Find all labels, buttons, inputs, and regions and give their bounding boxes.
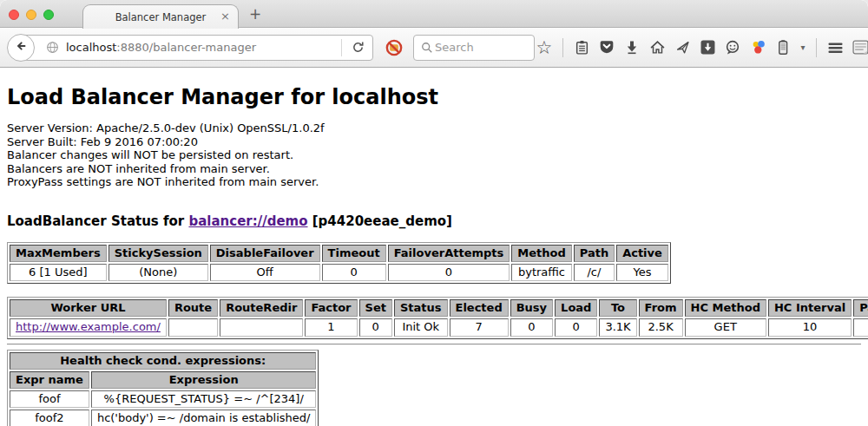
clipper-dropdown-caret-icon[interactable]: ▾ xyxy=(799,37,807,58)
cell-expr-name: foof2 xyxy=(10,410,89,426)
cell-from: 2.5K xyxy=(639,318,683,336)
col-expr-name: Expr name xyxy=(10,371,89,389)
col-stickysession: StickySession xyxy=(108,245,208,262)
cell-hc-interval: 10 xyxy=(768,318,852,336)
site-identity-globe-icon[interactable] xyxy=(43,37,62,58)
col-expression: Expression xyxy=(91,371,317,389)
search-field[interactable] xyxy=(413,35,535,61)
reload-icon[interactable] xyxy=(348,37,367,58)
col-timeout: Timeout xyxy=(322,245,386,262)
send-tab-icon[interactable] xyxy=(673,37,692,58)
chat-smiley-icon[interactable] xyxy=(723,37,742,58)
cell-status: Init Ok xyxy=(394,318,448,336)
toolbar-divider xyxy=(562,38,563,57)
back-button[interactable] xyxy=(7,34,35,62)
cell-load: 0 xyxy=(555,318,597,336)
toolbar-icons: ☆ xyxy=(535,37,868,58)
cell-passes: 1 (0) xyxy=(853,318,868,336)
balancer-demo-link[interactable]: balancer://demo xyxy=(188,213,307,229)
color-dots-icon[interactable] xyxy=(748,37,767,58)
cell-factor: 1 xyxy=(305,318,357,336)
tab-balancer-manager[interactable]: Balancer Manager × xyxy=(82,4,239,29)
cell-hc-method: GET xyxy=(685,318,766,336)
cell-expression: hc('body') =~ /domain is established/ xyxy=(91,410,317,426)
cell-routeredir xyxy=(220,318,303,336)
downloads-icon[interactable] xyxy=(622,37,641,58)
cell-stickysession: (None) xyxy=(108,264,208,281)
window-zoom-button[interactable] xyxy=(43,10,54,20)
col-from: From xyxy=(639,299,683,317)
tab-close-icon[interactable]: × xyxy=(220,10,230,23)
col-active: Active xyxy=(616,245,668,262)
balancer-params-table: MaxMembers StickySession DisableFailover… xyxy=(7,242,671,285)
titlebar: Balancer Manager × + xyxy=(0,0,868,28)
plugin-blocked-icon[interactable] xyxy=(385,38,404,57)
url-path: :8880/balancer-manager xyxy=(116,41,256,54)
col-disablefailover: DisableFailover xyxy=(210,245,320,262)
cell-worker-url: http://www.example.com/ xyxy=(10,318,167,336)
cell-elected: 7 xyxy=(450,318,509,336)
cell-to: 3.1K xyxy=(599,318,636,336)
col-path: Path xyxy=(574,245,615,262)
col-routeredir: RouteRedir xyxy=(220,299,303,317)
menu-hamburger-icon[interactable] xyxy=(825,37,845,58)
col-passes: Passes xyxy=(853,299,868,317)
browser-window: Balancer Manager × + localhost:8880/bala… xyxy=(0,0,868,426)
cell-active: Yes xyxy=(616,264,668,281)
window-close-button[interactable] xyxy=(9,10,19,20)
table-row: foof %{REQUEST_STATUS} =~ /^[234]/ xyxy=(10,390,316,408)
workers-table: Worker URL Route RouteRedir Factor Set S… xyxy=(7,297,868,339)
reading-list-icon[interactable] xyxy=(572,37,591,58)
col-busy: Busy xyxy=(510,299,553,317)
col-worker-url: Worker URL xyxy=(10,299,167,317)
url-domain: localhost xyxy=(66,41,116,54)
cell-timeout: 0 xyxy=(322,264,386,281)
server-version-line: Server Version: Apache/2.5.0-dev (Unix) … xyxy=(7,121,861,135)
cell-expression: %{REQUEST_STATUS} =~ /^[234]/ xyxy=(91,390,317,408)
col-failoverattempts: FailoverAttempts xyxy=(388,245,510,262)
window-controls xyxy=(9,10,54,20)
health-check-table: Health check cond. expressions: Expr nam… xyxy=(7,350,319,426)
pocket-icon[interactable] xyxy=(597,37,616,58)
addon-grid-icon[interactable] xyxy=(851,37,868,58)
loadbalancer-status-heading: LoadBalancer Status for balancer://demo … xyxy=(7,213,861,229)
new-tab-button[interactable]: + xyxy=(249,5,261,23)
persist-notice-line: Balancer changes will NOT be persisted o… xyxy=(7,148,861,162)
cell-busy: 0 xyxy=(510,318,553,336)
url-divider xyxy=(341,39,342,56)
back-arrow-icon xyxy=(14,39,28,56)
worker-row: http://www.example.com/ 1 0 Init Ok 7 0 … xyxy=(10,318,868,336)
toolbar-divider xyxy=(816,38,817,57)
search-icon xyxy=(419,37,435,58)
url-bar[interactable]: localhost:8880/balancer-manager xyxy=(19,35,373,61)
col-to: To xyxy=(599,299,636,317)
bookmark-star-icon[interactable]: ☆ xyxy=(535,37,554,58)
cell-disablefailover: Off xyxy=(210,264,320,281)
table-header-row: Worker URL Route RouteRedir Factor Set S… xyxy=(10,299,868,317)
proxypass-notice-line: ProxyPass settings are NOT inherited fro… xyxy=(7,175,861,189)
col-factor: Factor xyxy=(305,299,357,317)
table-title-row: Health check cond. expressions: xyxy=(10,352,316,370)
col-load: Load xyxy=(555,299,597,317)
col-method: Method xyxy=(511,245,571,262)
search-input[interactable] xyxy=(435,41,522,54)
table-header-row: Expr name Expression xyxy=(10,371,316,389)
worker-url-link[interactable]: http://www.example.com/ xyxy=(16,320,161,333)
section-divider-rule xyxy=(7,344,861,345)
cell-maxmembers: 6 [1 Used] xyxy=(10,264,107,281)
cell-path: /c/ xyxy=(574,264,615,281)
clipper-battery-icon[interactable] xyxy=(773,37,792,58)
home-icon[interactable] xyxy=(648,37,667,58)
cell-expr-name: foof xyxy=(10,390,89,408)
tab-title: Balancer Manager xyxy=(115,11,207,23)
table-row: 6 [1 Used] (None) Off 0 0 bytraffic /c/ … xyxy=(10,264,668,281)
col-hc-interval: HC Interval xyxy=(768,299,852,317)
status-heading-suffix: [p4420eeae_demo] xyxy=(308,213,452,229)
page-content: Load Balancer Manager for localhost Serv… xyxy=(0,68,868,426)
table-header-row: MaxMembers StickySession DisableFailover… xyxy=(10,245,668,262)
status-heading-prefix: LoadBalancer Status for xyxy=(7,213,188,229)
health-table-title: Health check cond. expressions: xyxy=(10,352,316,370)
video-download-icon[interactable] xyxy=(698,37,717,58)
col-hc-method: HC Method xyxy=(685,299,766,317)
window-minimize-button[interactable] xyxy=(26,10,36,20)
